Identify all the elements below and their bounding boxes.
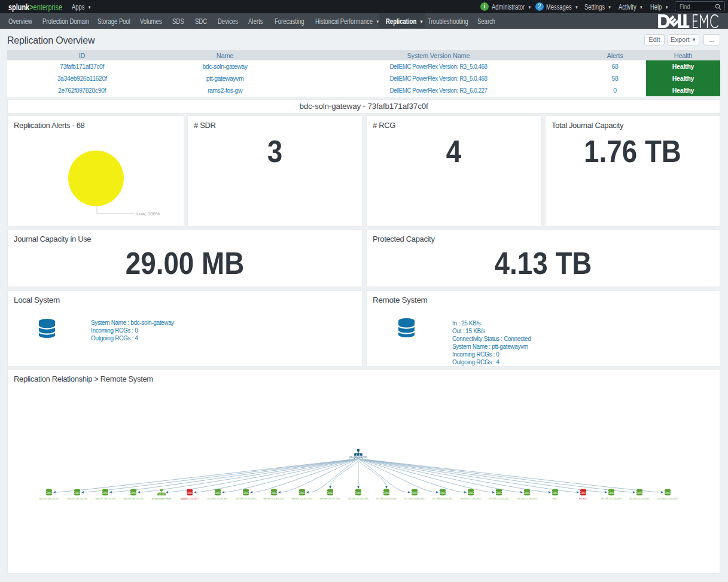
svg-text:192.168.121.200_SDC: 192.168.121.200_SDC <box>601 498 622 500</box>
svg-text:sds-192.168.150.203: sds-192.168.150.203 <box>68 498 87 500</box>
svg-text:fos_SDC: fos_SDC <box>579 498 587 500</box>
svg-text:ptt-gatewayvm-MDM: ptt-gatewayvm-MDM <box>152 498 171 500</box>
svg-text:appsync_210_SDC: appsync_210_SDC <box>181 498 199 500</box>
svg-text:192.168.121.205_SDC: 192.168.121.205_SDC <box>629 498 650 500</box>
svg-text:192.168.170.400_SDC: 192.168.170.400_SDC <box>404 498 425 500</box>
svg-text:192.168.170.104_SDC: 192.168.170.104_SDC <box>376 498 397 500</box>
svg-text:sds+fos-135.071_SDC: sds+fos-135.071_SDC <box>319 498 341 500</box>
svg-text:sds-168.171.305_SDC: sds-168.171.305_SDC <box>460 498 482 500</box>
svg-text:192.168.121.204_SDC: 192.168.121.204_SDC <box>516 498 538 500</box>
svg-text:ptt-gatewayvm: ptt-gatewayvm <box>349 456 367 459</box>
svg-text:sds+fos-103.402_SDC: sds+fos-103.402_SDC <box>291 498 313 500</box>
svg-text:192.168.170.204_SDC: 192.168.170.204_SDC <box>432 498 453 500</box>
svg-text:192.168.170.105_SDC: 192.168.170.105_SDC <box>348 498 369 500</box>
svg-text:192.168.170.206_SDC: 192.168.170.206_SDC <box>207 498 229 500</box>
svg-text:sds-192.168.150.203: sds-192.168.150.203 <box>124 498 144 500</box>
svg-text:sds+fos-103.402_SDC: sds+fos-103.402_SDC <box>263 498 285 500</box>
svg-text:sds-192.168.150.203: sds-192.168.150.203 <box>96 498 115 500</box>
svg-text:192.168.121.204_SDC: 192.168.121.204_SDC <box>657 498 678 500</box>
svg-text:Low, 100%: Low, 100% <box>136 211 160 217</box>
svg-text:sds-192.168.150.202: sds-192.168.150.202 <box>39 498 59 500</box>
svg-text:sds-1: sds-1 <box>553 498 558 500</box>
svg-text:192.168.121.202_SDC: 192.168.121.202_SDC <box>488 498 510 500</box>
svg-text:192.168.170.203_SDC: 192.168.170.203_SDC <box>235 498 257 500</box>
